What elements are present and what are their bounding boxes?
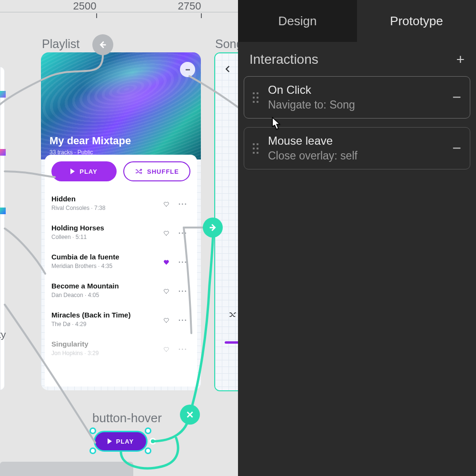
more-icon[interactable]: ··· — [178, 345, 188, 354]
track-row[interactable]: Cumbia de la fuenteMeridian Brothers · 4… — [51, 248, 190, 277]
track-row[interactable]: Become a MountainDan Deacon · 4:05··· — [51, 277, 190, 306]
playlist-frame[interactable]: My dear Mixtape 33 tracks · Public PLAY … — [41, 52, 201, 390]
play-button[interactable]: PLAY — [51, 161, 117, 181]
interaction-action: Navigate to: Song — [268, 99, 443, 111]
shuffle-button-label: SHUFFLE — [147, 168, 179, 175]
inspector-panel: Design Prototype Interactions + On Click… — [238, 0, 476, 476]
play-button-label: PLAY — [79, 168, 97, 175]
selection-handle[interactable] — [145, 427, 151, 434]
more-icon[interactable]: ··· — [178, 200, 188, 208]
ruler-tick: 2500 — [73, 0, 97, 12]
connector-handle[interactable] — [149, 438, 156, 445]
playlist-title: My dear Mixtape — [50, 135, 131, 147]
heart-icon[interactable] — [163, 201, 170, 208]
interaction-action: Close overlay: self — [268, 149, 443, 162]
frame-label-playlist[interactable]: Playlist — [42, 37, 79, 51]
track-row[interactable]: Holding HorsesColleen · 5:11··· — [51, 219, 190, 248]
selection-handle[interactable] — [89, 447, 96, 454]
interactions-title: Interactions — [249, 52, 318, 67]
shuffle-button[interactable]: SHUFFLE — [123, 161, 190, 181]
interaction-card[interactable]: Mouse leave Close overlay: self − — [244, 127, 470, 169]
selection-handle[interactable] — [89, 427, 96, 434]
panel-tabs: Design Prototype — [238, 0, 476, 42]
track-title: Miracles (Back in Time) — [51, 311, 163, 319]
add-interaction-button[interactable]: + — [456, 51, 465, 68]
tab-design[interactable]: Design — [238, 0, 357, 42]
interaction-trigger: On Click — [268, 83, 443, 97]
remove-interaction-button[interactable]: − — [452, 139, 461, 157]
more-icon[interactable]: ··· — [178, 229, 188, 238]
track-title: Singularity — [51, 340, 163, 348]
frame-label-song[interactable]: Song — [215, 37, 238, 51]
horizontal-ruler: 2500 2750 — [0, 0, 238, 12]
more-icon[interactable] — [180, 62, 195, 77]
play-icon — [108, 438, 112, 444]
close-overlay-badge — [180, 405, 200, 425]
remove-interaction-button[interactable]: − — [452, 89, 461, 106]
track-subtitle: Dan Deacon · 4:05 — [51, 292, 163, 298]
interaction-trigger: Mouse leave — [268, 134, 443, 148]
frame-label-button-hover[interactable]: button-hover — [92, 411, 162, 426]
nav-forward-badge — [203, 218, 223, 238]
heart-icon[interactable] — [163, 259, 170, 266]
playlist-subtitle: 33 tracks · Public — [50, 149, 93, 156]
more-icon[interactable]: ··· — [178, 287, 188, 296]
track-list: HiddenRival Consoles · 7:38···Holding Ho… — [51, 190, 190, 364]
heart-icon[interactable] — [163, 288, 170, 295]
nav-back-badge — [92, 34, 113, 55]
back-icon[interactable] — [224, 64, 232, 76]
drag-handle-icon[interactable] — [253, 92, 258, 103]
frame-fragment-bottom — [0, 462, 133, 476]
play-icon — [70, 169, 75, 174]
play-button-hover-label: PLAY — [116, 438, 134, 445]
shuffle-icon[interactable] — [228, 310, 237, 321]
track-row[interactable]: HiddenRival Consoles · 7:38··· — [51, 190, 190, 219]
drag-handle-icon[interactable] — [253, 143, 258, 154]
shuffle-icon — [135, 168, 142, 175]
playlist-cover[interactable]: My dear Mixtape 33 tracks · Public — [41, 52, 201, 159]
track-row[interactable]: Miracles (Back in Time)The Dø · 4:29··· — [51, 306, 190, 335]
fragment-label: ty — [0, 329, 6, 340]
fade-overlay — [45, 353, 197, 387]
track-title: Become a Mountain — [51, 282, 163, 290]
design-canvas[interactable]: 2500 2750 ty Playlist Song My dear Mixta… — [0, 0, 238, 476]
heart-icon[interactable] — [163, 317, 170, 324]
more-icon[interactable]: ··· — [178, 258, 188, 267]
track-title: Holding Horses — [51, 224, 163, 232]
heart-icon[interactable] — [163, 230, 170, 237]
play-button-hover-variant[interactable]: PLAY — [94, 431, 148, 452]
more-icon[interactable]: ··· — [178, 316, 188, 325]
track-subtitle: The Dø · 4:29 — [51, 321, 163, 327]
tab-prototype[interactable]: Prototype — [357, 0, 476, 42]
ruler-tick: 2750 — [178, 0, 201, 12]
track-subtitle: Rival Consoles · 7:38 — [51, 205, 163, 211]
track-title: Hidden — [51, 195, 163, 203]
heart-icon[interactable] — [163, 346, 170, 353]
selection-handle[interactable] — [145, 447, 151, 454]
progress-bar[interactable] — [225, 341, 238, 344]
track-subtitle: Meridian Brothers · 4:35 — [51, 263, 163, 269]
track-title: Cumbia de la fuente — [51, 253, 163, 261]
interactions-header: Interactions + — [238, 42, 476, 76]
interaction-card[interactable]: On Click Navigate to: Song − — [244, 76, 470, 119]
actions-card: PLAY SHUFFLE HiddenRival Consoles · 7:38… — [45, 155, 197, 387]
track-subtitle: Colleen · 5:11 — [51, 234, 163, 240]
frame-fragment-left[interactable]: ty — [0, 67, 5, 390]
